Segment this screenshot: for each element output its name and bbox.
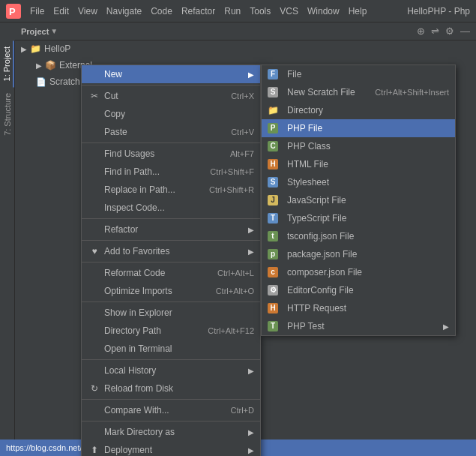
ctx-reformat-label: Reformat Code (104, 268, 165, 278)
submenu-tsconfig-label: tsconfig.json File (287, 231, 354, 242)
submenu-ts-label: TypeScript File (287, 213, 346, 224)
ctx-local-history[interactable]: Local History ▶ (82, 362, 260, 380)
menu-edit[interactable]: Edit (49, 4, 73, 18)
http-icon: H (268, 303, 283, 314)
menu-window[interactable]: Window (303, 4, 344, 18)
file-icon: F (268, 69, 283, 80)
ctx-history-label: Local History (104, 365, 156, 376)
panel-dropdown-icon[interactable]: ▼ (50, 27, 58, 35)
tsconfig-icon: t (268, 231, 283, 242)
tree-item-hellophp[interactable]: ▶ 📁 HelloP (15, 40, 476, 57)
ctx-sep3 (82, 218, 260, 219)
submenu-ts[interactable]: T TypeScript File (262, 209, 455, 227)
ctx-inspect-label: Inspect Code... (104, 202, 165, 213)
ctx-new-arrow: ▶ (248, 70, 254, 79)
php-file-icon: P (268, 123, 283, 134)
php-test-icon: T (268, 321, 283, 332)
ctx-dir-path[interactable]: Directory Path Ctrl+Alt+F12 (82, 322, 260, 340)
menu-file[interactable]: File (25, 4, 49, 18)
ctx-reformat[interactable]: Reformat Code Ctrl+Alt+L (82, 264, 260, 282)
side-tabs: 1: Project 7: Structure (0, 40, 15, 456)
ctx-deployment-label: Deployment (104, 445, 152, 455)
ctx-sep9 (82, 421, 260, 422)
favorites-icon: ♥ (88, 246, 101, 256)
submenu-php-test[interactable]: T PHP Test ▶ (262, 317, 455, 335)
ctx-open-terminal[interactable]: Open in Terminal (82, 340, 260, 358)
ctx-find-path-shortcut: Ctrl+Shift+F (210, 167, 254, 176)
submenu-new: F File S New Scratch File Ctrl+Alt+Shift… (261, 64, 456, 336)
submenu-php-file[interactable]: P PHP File (262, 119, 455, 137)
ctx-paste[interactable]: Paste Ctrl+V (82, 123, 260, 141)
submenu-js-label: JavaScript File (287, 195, 346, 206)
menu-navigate[interactable]: Navigate (102, 4, 146, 18)
side-tab-structure[interactable]: 7: Structure (1, 87, 13, 142)
cut-icon: ✂ (88, 91, 101, 101)
side-tab-project[interactable]: 1: Project (1, 40, 14, 87)
submenu-directory[interactable]: 📁 Directory (262, 101, 455, 119)
ctx-compare-shortcut: Ctrl+D (231, 406, 254, 415)
panel-gear-icon[interactable]: ⊕ (417, 26, 425, 37)
menu-run[interactable]: Run (220, 4, 245, 18)
css-icon: S (268, 177, 283, 188)
submenu-js[interactable]: J JavaScript File (262, 191, 455, 209)
submenu-package-json[interactable]: p package.json File (262, 245, 455, 263)
ctx-deployment[interactable]: ⬆ Deployment ▶ (82, 441, 260, 456)
submenu-scratch-file[interactable]: S New Scratch File Ctrl+Alt+Shift+Insert (262, 83, 455, 101)
panel-minimize-icon[interactable]: — (460, 26, 470, 37)
ctx-compare[interactable]: Compare With... Ctrl+D (82, 401, 260, 419)
panel-equalize-icon[interactable]: ⇌ (431, 26, 439, 37)
ctx-optimize-label: Optimize Imports (104, 286, 172, 296)
ctx-optimize[interactable]: Optimize Imports Ctrl+Alt+O (82, 282, 260, 300)
menu-view[interactable]: View (73, 4, 102, 18)
ctx-new-label: New (104, 69, 122, 80)
ctx-sep8 (82, 399, 260, 400)
submenu-file[interactable]: F File (262, 65, 455, 83)
package-json-icon: p (268, 249, 283, 260)
ctx-cut[interactable]: ✂ Cut Ctrl+X (82, 87, 260, 105)
app-logo: P (6, 4, 21, 19)
menu-tools[interactable]: Tools (245, 4, 275, 18)
submenu-http[interactable]: H HTTP Request (262, 299, 455, 317)
submenu-phpfile-label: PHP File (287, 123, 322, 134)
submenu-stylesheet[interactable]: S Stylesheet (262, 173, 455, 191)
ctx-find-in-path[interactable]: Find in Path... Ctrl+Shift+F (82, 163, 260, 181)
ctx-refactor-arrow: ▶ (248, 226, 254, 234)
menu-help[interactable]: Help (344, 4, 372, 18)
ctx-mark-dir[interactable]: Mark Directory as ▶ (82, 423, 260, 441)
ctx-replace-in-path[interactable]: Replace in Path... Ctrl+Shift+R (82, 181, 260, 199)
ctx-refactor[interactable]: Refactor ▶ (82, 220, 260, 238)
menu-vcs[interactable]: VCS (275, 4, 303, 18)
panel-header: Project ▼ ⊕ ⇌ ⚙ — (15, 22, 476, 40)
ctx-sep6 (82, 302, 260, 302)
ctx-copy[interactable]: Copy (82, 105, 260, 123)
submenu-php-class[interactable]: C PHP Class (262, 137, 455, 155)
ctx-show-explorer[interactable]: Show in Explorer (82, 304, 260, 322)
menu-code[interactable]: Code (146, 4, 177, 18)
directory-icon: 📁 (268, 105, 283, 116)
ctx-terminal-label: Open in Terminal (104, 344, 172, 354)
composer-icon: c (268, 267, 283, 278)
menu-refactor[interactable]: Refactor (177, 4, 220, 18)
ctx-compare-label: Compare With... (104, 405, 169, 416)
submenu-tsconfig[interactable]: t tsconfig.json File (262, 227, 455, 245)
submenu-html[interactable]: H HTML File (262, 155, 455, 173)
ctx-find-usages[interactable]: Find Usages Alt+F7 (82, 145, 260, 163)
submenu-composer[interactable]: c composer.json File (262, 263, 455, 281)
ctx-favorites-arrow: ▶ (248, 248, 254, 256)
ctx-history-arrow: ▶ (248, 367, 254, 375)
tree-label-hellophp: HelloP (44, 44, 70, 54)
ctx-find-usages-shortcut: Alt+F7 (230, 149, 254, 158)
ctx-optimize-shortcut: Ctrl+Alt+O (216, 286, 254, 296)
panel-settings-icon[interactable]: ⚙ (445, 26, 454, 37)
tree-arrow: ▶ (21, 45, 27, 53)
ctx-find-usages-label: Find Usages (104, 148, 154, 159)
ctx-new[interactable]: New ▶ (82, 65, 260, 83)
ctx-sep4 (82, 240, 260, 241)
submenu-editorconfig[interactable]: ⚙ EditorConfig File (262, 281, 455, 299)
ctx-add-favorites[interactable]: ♥ Add to Favorites ▶ (82, 242, 260, 260)
title-bar: P File Edit View Navigate Code Refactor … (0, 0, 476, 22)
ctx-inspect-code[interactable]: Inspect Code... (82, 199, 260, 217)
ctx-reload-disk[interactable]: ↻ Reload from Disk (82, 380, 260, 398)
context-menu: New ▶ ✂ Cut Ctrl+X Copy Paste Ctrl+V Fin… (81, 64, 261, 456)
ctx-mark-arrow: ▶ (248, 428, 254, 436)
